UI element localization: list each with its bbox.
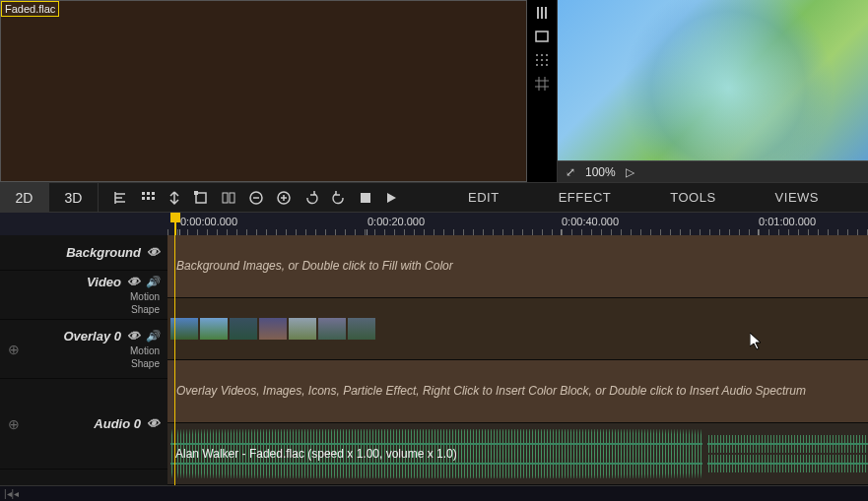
svg-marker-37 [387, 193, 396, 203]
eye-icon[interactable]: 👁 [127, 275, 140, 289]
svg-rect-36 [361, 193, 370, 203]
svg-rect-24 [142, 197, 145, 200]
svg-rect-3 [536, 31, 548, 41]
svg-point-12 [546, 64, 548, 66]
svg-rect-29 [223, 193, 228, 203]
zoom-out-icon[interactable] [248, 190, 264, 206]
grid-dots-icon[interactable] [533, 51, 551, 69]
tab-3d[interactable]: 3D [49, 183, 99, 212]
video-thumb[interactable] [259, 318, 287, 340]
timeline: Background 👁 Video 👁 🔊 Motion Shape ⊕ Ov… [0, 235, 868, 485]
footer-bar: |◂|◂ [0, 485, 868, 501]
undo-icon[interactable] [303, 190, 319, 206]
track-overlay-content[interactable]: Overlay Videos, Images, Icons, Particle … [167, 360, 868, 423]
audio-clip-label: Alan Walker - Faded.flac (speed x 1.00, … [175, 447, 457, 461]
ruler-mark: 0:00:40.000 [562, 216, 619, 227]
video-thumb[interactable] [318, 318, 346, 340]
svg-rect-2 [545, 7, 547, 19]
svg-point-5 [541, 54, 543, 56]
preview-canvas[interactable] [558, 0, 868, 160]
file-tag[interactable]: Faded.flac [1, 1, 59, 17]
speaker-icon[interactable]: 🔊 [146, 276, 160, 288]
media-library-pane[interactable]: Faded.flac [0, 0, 527, 182]
playhead[interactable] [174, 213, 176, 235]
ruler-mark: 0:00:20.000 [367, 216, 425, 227]
svg-point-6 [546, 54, 548, 56]
track-label-background[interactable]: Background 👁 [0, 235, 167, 271]
ruler-mark: 0:01:00.000 [759, 216, 816, 227]
menu-bar: EDIT EFFECT TOOLS VIEWS [468, 183, 868, 212]
menu-views[interactable]: VIEWS [775, 190, 819, 205]
time-ruler[interactable]: 0:00:00.000 0:00:20.000 0:00:40.000 0:01… [0, 212, 868, 235]
tab-2d[interactable]: 2D [0, 183, 49, 212]
zoom-level: 100% [585, 165, 616, 179]
add-icon[interactable]: ⊕ [8, 416, 20, 432]
menu-edit[interactable]: EDIT [468, 190, 500, 205]
svg-point-7 [536, 59, 538, 61]
svg-rect-1 [541, 7, 543, 19]
grid-icon[interactable] [140, 190, 156, 206]
tool-icon-group [99, 183, 412, 212]
bars-icon[interactable] [533, 4, 551, 22]
eye-icon[interactable]: 👁 [127, 329, 140, 344]
video-thumb[interactable] [200, 318, 228, 340]
expand-icon[interactable]: ⤢ [566, 165, 575, 179]
svg-point-4 [536, 54, 538, 56]
menu-effect[interactable]: EFFECT [559, 190, 612, 205]
track-video-content[interactable] [167, 298, 868, 361]
svg-rect-22 [147, 192, 150, 195]
footer-marker-icon: |◂|◂ [4, 488, 19, 499]
track-background-content[interactable]: Background Images, or Double click to Fi… [167, 235, 868, 298]
svg-point-9 [546, 59, 548, 61]
stop-icon[interactable] [359, 191, 372, 205]
crop-icon[interactable] [193, 190, 209, 206]
align-left-icon[interactable] [112, 190, 128, 206]
rect-outline-icon[interactable] [533, 28, 551, 45]
zoom-bar: ⤢ 100% ▷ [558, 160, 868, 182]
add-icon[interactable]: ⊕ [8, 342, 20, 357]
svg-rect-26 [152, 197, 155, 200]
split-icon[interactable] [221, 190, 236, 206]
hash-icon[interactable] [533, 75, 551, 93]
preview-pane: ⤢ 100% ▷ [557, 0, 868, 182]
svg-rect-25 [147, 197, 150, 200]
timeline-toolbar: 2D 3D EDIT EFFECT TOOLS VIEWS [0, 182, 868, 212]
svg-point-10 [536, 64, 538, 66]
eye-icon[interactable]: 👁 [147, 416, 160, 431]
video-thumb[interactable] [230, 318, 257, 340]
track-label-overlay[interactable]: ⊕ Overlay 0 👁 🔊 Motion Shape [0, 320, 167, 379]
video-thumb[interactable] [348, 318, 375, 340]
zoom-in-icon[interactable] [276, 190, 292, 206]
svg-rect-28 [194, 191, 198, 195]
svg-rect-30 [230, 193, 234, 203]
ruler-mark: 0:00:00.000 [180, 216, 237, 227]
track-label-video[interactable]: Video 👁 🔊 Motion Shape [0, 271, 167, 320]
speaker-icon[interactable]: 🔊 [146, 330, 160, 343]
video-thumb[interactable] [289, 318, 316, 340]
svg-rect-21 [142, 192, 145, 195]
menu-tools[interactable]: TOOLS [670, 190, 715, 205]
redo-icon[interactable] [331, 190, 347, 206]
play-icon[interactable] [384, 191, 398, 205]
svg-point-8 [541, 59, 543, 61]
svg-point-11 [541, 64, 543, 66]
track-audio-content[interactable]: Alan Walker - Faded.flac (speed x 1.00, … [167, 423, 868, 486]
playhead-line [174, 235, 175, 485]
svg-rect-0 [537, 7, 539, 19]
preview-side-toolbar [527, 0, 557, 182]
eye-icon[interactable]: 👁 [147, 245, 160, 260]
svg-rect-23 [152, 192, 155, 195]
track-label-audio[interactable]: ⊕ Audio 0 👁 [0, 379, 167, 470]
play-preview-icon[interactable]: ▷ [626, 165, 634, 179]
updown-icon[interactable] [167, 190, 181, 206]
